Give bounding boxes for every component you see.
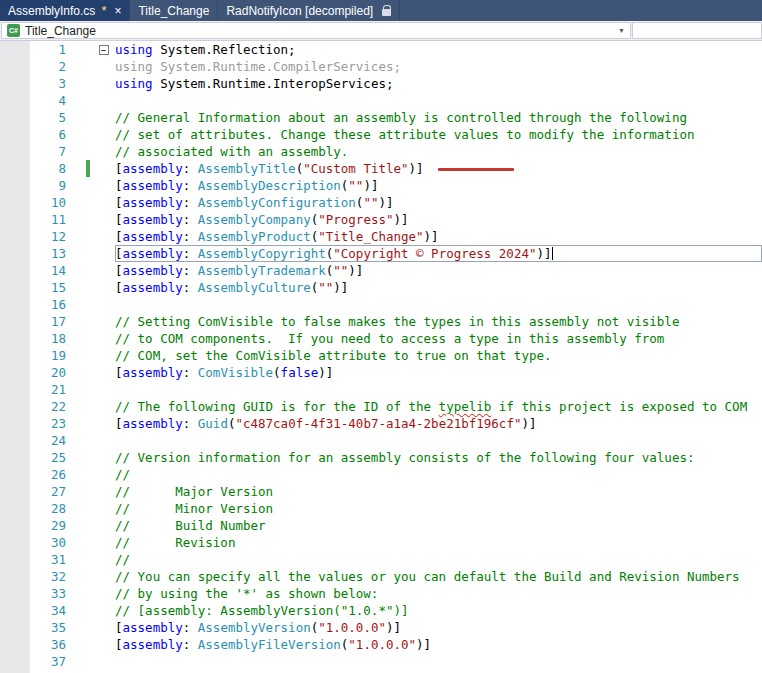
code-line[interactable]: 1−using System.Reflection; <box>0 41 762 58</box>
line-number[interactable]: 23 <box>0 415 70 432</box>
code-text[interactable]: // The following GUID is for the ID of t… <box>115 398 762 415</box>
line-number[interactable]: 27 <box>0 483 70 500</box>
code-line[interactable]: 17// Setting ComVisible to false makes t… <box>0 313 762 330</box>
line-number[interactable]: 32 <box>0 568 70 585</box>
code-line[interactable]: 16 <box>0 296 762 313</box>
line-number[interactable]: 13 <box>0 245 70 262</box>
line-number[interactable]: 20 <box>0 364 70 381</box>
line-number[interactable]: 29 <box>0 517 70 534</box>
code-text[interactable]: // Version information for an assembly c… <box>115 449 762 466</box>
code-line[interactable]: 12[assembly: AssemblyProduct("Title_Chan… <box>0 228 762 245</box>
code-text[interactable]: // <box>115 466 762 483</box>
code-line[interactable]: 23[assembly: Guid("c487ca0f-4f31-40b7-a1… <box>0 415 762 432</box>
code-text[interactable] <box>115 432 762 449</box>
code-text[interactable]: // to COM components. If you need to acc… <box>115 330 762 347</box>
code-text[interactable]: // <box>115 551 762 568</box>
code-line[interactable]: 5// General Information about an assembl… <box>0 109 762 126</box>
line-number[interactable]: 33 <box>0 585 70 602</box>
code-text[interactable]: // associated with an assembly. <box>115 143 762 160</box>
line-number[interactable]: 11 <box>0 211 70 228</box>
code-line[interactable]: 27// Major Version <box>0 483 762 500</box>
code-text[interactable]: [assembly: AssemblyProduct("Title_Change… <box>115 228 762 245</box>
code-line[interactable]: 21 <box>0 381 762 398</box>
line-number[interactable]: 10 <box>0 194 70 211</box>
line-number[interactable]: 25 <box>0 449 70 466</box>
collapse-icon[interactable]: − <box>99 45 109 55</box>
tab-assemblyinfo[interactable]: AssemblyInfo.cs * × <box>0 0 130 21</box>
code-text[interactable]: [assembly: AssemblyTitle("Custom Title")… <box>115 160 762 177</box>
code-text[interactable]: [assembly: AssemblyConfiguration("")] <box>115 194 762 211</box>
close-icon[interactable]: × <box>114 4 121 18</box>
code-line[interactable]: 29// Build Number <box>0 517 762 534</box>
line-number[interactable]: 26 <box>0 466 70 483</box>
line-number[interactable]: 28 <box>0 500 70 517</box>
code-line[interactable]: 37 <box>0 653 762 670</box>
code-text[interactable]: [assembly: AssemblyFileVersion("1.0.0.0"… <box>115 636 762 653</box>
code-line[interactable]: 9[assembly: AssemblyDescription("")] <box>0 177 762 194</box>
line-number[interactable]: 9 <box>0 177 70 194</box>
line-number[interactable]: 5 <box>0 109 70 126</box>
code-line[interactable]: 2using System.Runtime.CompilerServices; <box>0 58 762 75</box>
code-line[interactable]: 18// to COM components. If you need to a… <box>0 330 762 347</box>
code-text[interactable]: // General Information about an assembly… <box>115 109 762 126</box>
code-text[interactable]: // Build Number <box>115 517 762 534</box>
line-number[interactable]: 31 <box>0 551 70 568</box>
code-line[interactable]: 34// [assembly: AssemblyVersion("1.0.*")… <box>0 602 762 619</box>
code-line[interactable]: 20[assembly: ComVisible(false)] <box>0 364 762 381</box>
code-text[interactable]: [assembly: Guid("c487ca0f-4f31-40b7-a1a4… <box>115 415 762 432</box>
code-line[interactable]: 14[assembly: AssemblyTrademark("")] <box>0 262 762 279</box>
line-number[interactable]: 8 <box>0 160 70 177</box>
code-text[interactable]: using System.Reflection; <box>115 41 762 58</box>
code-line[interactable]: 31// <box>0 551 762 568</box>
code-text[interactable]: // Major Version <box>115 483 762 500</box>
code-line[interactable]: 30// Revision <box>0 534 762 551</box>
line-number[interactable]: 15 <box>0 279 70 296</box>
line-number[interactable]: 16 <box>0 296 70 313</box>
code-line[interactable]: 24 <box>0 432 762 449</box>
code-line[interactable]: 36[assembly: AssemblyFileVersion("1.0.0.… <box>0 636 762 653</box>
code-line[interactable]: 6// set of attributes. Change these attr… <box>0 126 762 143</box>
code-text[interactable]: // Revision <box>115 534 762 551</box>
code-text[interactable] <box>115 653 762 670</box>
code-line[interactable]: 22// The following GUID is for the ID of… <box>0 398 762 415</box>
code-text[interactable]: [assembly: AssemblyDescription("")] <box>115 177 762 194</box>
code-text[interactable]: [assembly: AssemblyCopyright("Copyright … <box>115 245 762 262</box>
line-number[interactable]: 36 <box>0 636 70 653</box>
code-text[interactable]: // You can specify all the values or you… <box>115 568 762 585</box>
code-line[interactable]: 33// by using the '*' as shown below: <box>0 585 762 602</box>
code-line[interactable]: 19// COM, set the ComVisible attribute t… <box>0 347 762 364</box>
code-line[interactable]: 4 <box>0 92 762 109</box>
line-number[interactable]: 21 <box>0 381 70 398</box>
code-line[interactable]: 7// associated with an assembly. <box>0 143 762 160</box>
code-text[interactable]: // Minor Version <box>115 500 762 517</box>
line-number[interactable]: 22 <box>0 398 70 415</box>
line-number[interactable]: 17 <box>0 313 70 330</box>
code-text[interactable]: // [assembly: AssemblyVersion("1.0.*")] <box>115 602 762 619</box>
code-text[interactable]: // COM, set the ComVisible attribute to … <box>115 347 762 364</box>
code-text[interactable]: // by using the '*' as shown below: <box>115 585 762 602</box>
code-text[interactable]: using System.Runtime.InteropServices; <box>115 75 762 92</box>
code-text[interactable] <box>115 92 762 109</box>
code-text[interactable]: [assembly: AssemblyCompany("Progress")] <box>115 211 762 228</box>
code-line[interactable]: 10[assembly: AssemblyConfiguration("")] <box>0 194 762 211</box>
line-number[interactable]: 2 <box>0 58 70 75</box>
line-number[interactable]: 4 <box>0 92 70 109</box>
line-number[interactable]: 30 <box>0 534 70 551</box>
line-number[interactable]: 19 <box>0 347 70 364</box>
code-text[interactable]: [assembly: AssemblyVersion("1.0.0.0")] <box>115 619 762 636</box>
code-line[interactable]: 8[assembly: AssemblyTitle("Custom Title"… <box>0 160 762 177</box>
code-line[interactable]: 32// You can specify all the values or y… <box>0 568 762 585</box>
code-line[interactable]: 28// Minor Version <box>0 500 762 517</box>
code-editor[interactable]: 1−using System.Reflection;2using System.… <box>0 41 762 673</box>
code-text[interactable]: // Setting ComVisible to false makes the… <box>115 313 762 330</box>
line-number[interactable]: 18 <box>0 330 70 347</box>
project-dropdown[interactable]: C# Title_Change ▼ <box>1 22 631 39</box>
code-text[interactable]: // set of attributes. Change these attri… <box>115 126 762 143</box>
code-text[interactable]: [assembly: AssemblyTrademark("")] <box>115 262 762 279</box>
line-number[interactable]: 35 <box>0 619 70 636</box>
code-text[interactable]: [assembly: AssemblyCulture("")] <box>115 279 762 296</box>
line-number[interactable]: 3 <box>0 75 70 92</box>
line-number[interactable]: 12 <box>0 228 70 245</box>
line-number[interactable]: 14 <box>0 262 70 279</box>
code-line[interactable]: 26// <box>0 466 762 483</box>
